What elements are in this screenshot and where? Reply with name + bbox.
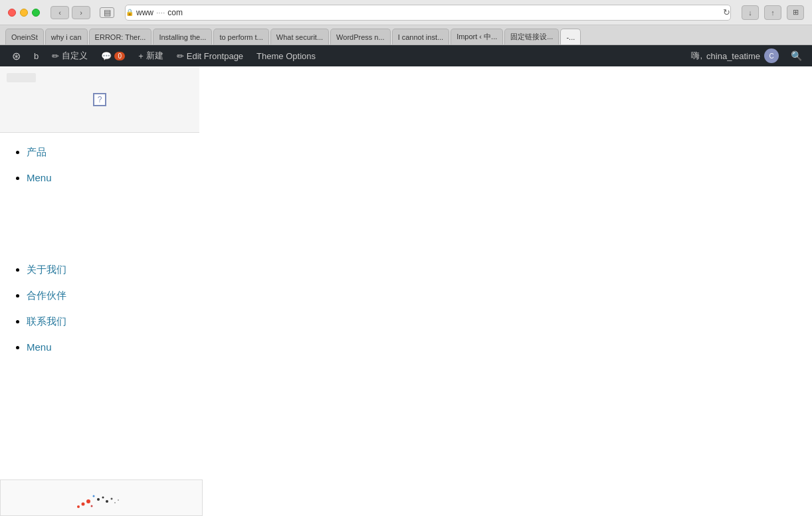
wordpress-icon: ⊛ bbox=[12, 50, 21, 62]
svg-point-10 bbox=[90, 505, 92, 507]
logo-placeholder bbox=[7, 73, 36, 82]
url-separator: ···· bbox=[156, 8, 165, 17]
svg-point-2 bbox=[77, 505, 80, 508]
svg-point-0 bbox=[86, 499, 90, 503]
edit-frontpage-label: Edit Frontpage bbox=[187, 51, 243, 61]
customize-label: 自定义 bbox=[62, 50, 88, 62]
tab-5[interactable]: What securit... bbox=[270, 29, 329, 44]
theme-options-label: Theme Options bbox=[256, 51, 316, 61]
tab-6[interactable]: WordPress n... bbox=[330, 29, 391, 44]
title-bar-actions: ↓ ↑ ⊞ bbox=[742, 5, 804, 20]
svg-point-3 bbox=[97, 498, 100, 501]
url-right: com bbox=[167, 8, 183, 17]
list-item: Menu bbox=[27, 172, 785, 184]
comments-button[interactable]: 💬 0 bbox=[94, 45, 132, 66]
url-left: www bbox=[136, 8, 153, 17]
nav-list: 产品 Menu bbox=[0, 133, 812, 211]
lock-icon: 🔒 bbox=[126, 9, 134, 16]
greeting-text: 嗨, bbox=[691, 50, 702, 62]
sidebar-icon: ▤ bbox=[104, 8, 111, 17]
close-button[interactable] bbox=[8, 9, 16, 17]
svg-point-6 bbox=[110, 498, 112, 500]
avatar: C bbox=[764, 48, 779, 63]
address-bar[interactable]: 🔒 www ···· com ↻ bbox=[125, 5, 731, 21]
traffic-lights bbox=[8, 9, 40, 17]
search-icon: 🔍 bbox=[791, 50, 802, 61]
bottom-section bbox=[0, 479, 203, 516]
avatar-initials: C bbox=[769, 52, 773, 60]
download-button[interactable]: ↓ bbox=[742, 5, 759, 20]
tab-4[interactable]: to perform t... bbox=[213, 29, 268, 44]
list-item: 产品 bbox=[27, 146, 785, 159]
share-button[interactable]: ↑ bbox=[764, 5, 781, 20]
svg-point-4 bbox=[102, 497, 104, 499]
maximize-button[interactable] bbox=[32, 9, 40, 17]
wp-logo-button[interactable]: ⊛ bbox=[5, 45, 27, 66]
plus-icon: + bbox=[138, 51, 144, 61]
broken-image-icon: ? bbox=[98, 95, 102, 104]
list-item: 联系我们 bbox=[27, 315, 785, 328]
edit-icon: ✏ bbox=[177, 51, 184, 61]
site-name-button[interactable]: b bbox=[27, 45, 45, 66]
tab-2[interactable]: ERROR: Ther... bbox=[89, 29, 152, 44]
list-item: Menu bbox=[27, 341, 785, 353]
footer-link-partners[interactable]: 合作伙伴 bbox=[27, 290, 66, 301]
tab-1[interactable]: why i can bbox=[45, 29, 88, 44]
page-content: ? 产品 Menu 关于我们 合作伙伴 联系我们 Menu bbox=[0, 66, 812, 516]
tab-10[interactable]: -... bbox=[560, 29, 581, 44]
footer-link-menu[interactable]: Menu bbox=[27, 341, 52, 353]
user-info-button[interactable]: 嗨, china_teatime C bbox=[684, 45, 785, 66]
footer-link-contact[interactable]: 联系我们 bbox=[27, 315, 66, 327]
tab-3[interactable]: Installing the... bbox=[153, 29, 212, 44]
decorative-dots bbox=[68, 483, 135, 513]
theme-options-button[interactable]: Theme Options bbox=[250, 45, 322, 66]
nav-buttons: ‹ › bbox=[51, 6, 90, 19]
list-item: 关于我们 bbox=[27, 264, 785, 276]
header-image-area: ? bbox=[0, 66, 199, 133]
edit-frontpage-button[interactable]: ✏ Edit Frontpage bbox=[170, 45, 250, 66]
tab-7[interactable]: I cannot inst... bbox=[392, 29, 449, 44]
footer-nav-list: 关于我们 合作伙伴 联系我们 Menu bbox=[0, 250, 812, 380]
tab-8[interactable]: Import ‹ 中... bbox=[451, 29, 503, 44]
title-bar: ‹ › ▤ 🔒 www ···· com ↻ ↓ ↑ ⊞ bbox=[0, 0, 812, 25]
wp-admin-bar: ⊛ b ✏ 自定义 💬 0 + 新建 ✏ Edit Frontpage Them… bbox=[0, 45, 812, 66]
nav-link-products[interactable]: 产品 bbox=[27, 146, 47, 157]
customize-button[interactable]: ✏ 自定义 bbox=[45, 45, 94, 66]
list-item: 合作伙伴 bbox=[27, 290, 785, 302]
comment-icon: 💬 bbox=[101, 51, 112, 61]
extensions-button[interactable]: ⊞ bbox=[787, 5, 804, 20]
pencil-icon: ✏ bbox=[52, 51, 59, 61]
back-button[interactable]: ‹ bbox=[51, 6, 69, 19]
username-label: china_teatime bbox=[706, 51, 760, 61]
new-label: 新建 bbox=[146, 50, 163, 62]
tab-9[interactable]: 固定链接设... bbox=[504, 29, 559, 44]
minimize-button[interactable] bbox=[20, 9, 28, 17]
footer-link-about[interactable]: 关于我们 bbox=[27, 264, 66, 275]
broken-image: ? bbox=[93, 93, 106, 106]
tab-0[interactable]: OneinSt bbox=[5, 29, 44, 44]
nav-link-menu[interactable]: Menu bbox=[27, 172, 52, 183]
svg-point-9 bbox=[118, 499, 119, 501]
svg-point-5 bbox=[106, 500, 108, 503]
browser-tabs: OneinSt why i can ERROR: Ther... Install… bbox=[0, 25, 812, 45]
search-button[interactable]: 🔍 bbox=[785, 45, 807, 66]
svg-point-1 bbox=[81, 503, 84, 506]
svg-point-8 bbox=[114, 502, 116, 503]
sidebar-toggle-button[interactable]: ▤ bbox=[100, 7, 114, 18]
forward-button[interactable]: › bbox=[72, 6, 90, 19]
svg-point-7 bbox=[92, 495, 94, 497]
site-name-label: b bbox=[34, 51, 39, 61]
new-content-button[interactable]: + 新建 bbox=[132, 45, 170, 66]
comments-badge: 0 bbox=[114, 52, 125, 60]
reload-button[interactable]: ↻ bbox=[723, 7, 730, 17]
